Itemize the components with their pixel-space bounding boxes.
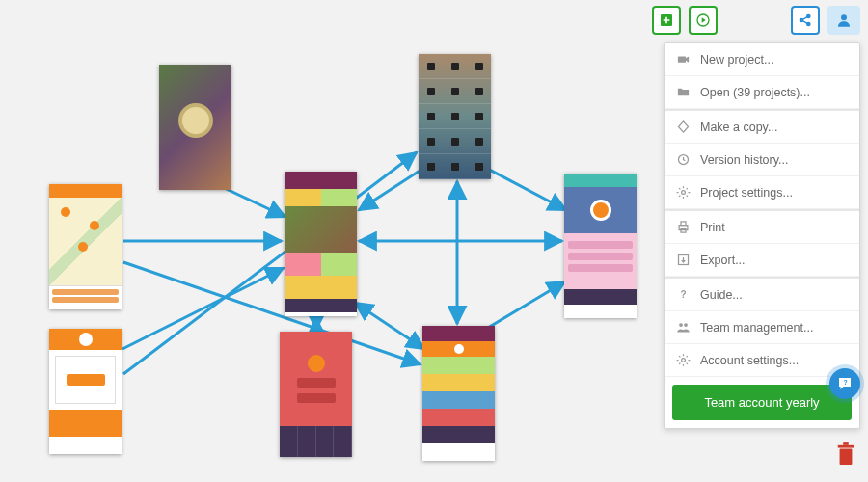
svg-rect-22 [681, 222, 686, 226]
screen-map[interactable] [49, 184, 122, 309]
history-icon [676, 152, 691, 167]
diamond-icon [676, 120, 691, 134]
user-dropdown-menu: New project... Open (39 projects)... Mak… [664, 42, 860, 429]
menu-label: Account settings... [700, 354, 799, 367]
trash-button[interactable] [835, 442, 856, 470]
menu-make-copy[interactable]: Make a copy... [665, 109, 859, 144]
svg-point-26 [679, 323, 683, 327]
upgrade-cta-button[interactable]: Team account yearly [672, 385, 852, 420]
play-button[interactable] [689, 6, 718, 35]
chat-question-icon: ? [836, 375, 854, 392]
video-icon [676, 52, 691, 67]
trash-icon [835, 442, 856, 467]
menu-open[interactable]: Open (39 projects)... [665, 76, 859, 109]
menu-version-history[interactable]: Version history... [665, 144, 859, 176]
svg-point-20 [682, 191, 686, 195]
play-icon [695, 13, 711, 28]
menu-label: Project settings... [700, 186, 793, 200]
menu-label: Team management... [700, 321, 813, 335]
team-icon [676, 320, 691, 335]
question-icon: ? [676, 287, 691, 302]
menu-label: Print [700, 221, 725, 234]
menu-label: Make a copy... [700, 120, 777, 134]
screen-profile[interactable] [564, 174, 637, 318]
add-button[interactable] [652, 6, 681, 35]
svg-line-11 [355, 303, 424, 349]
top-toolbar [652, 6, 860, 35]
screen-orange-list[interactable] [49, 329, 122, 454]
svg-line-6 [482, 166, 566, 210]
menu-project-settings[interactable]: Project settings... [665, 176, 859, 209]
menu-account-settings[interactable]: Account settings... [665, 344, 859, 377]
menu-label: Guide... [700, 288, 743, 302]
svg-text:?: ? [844, 379, 848, 386]
gear-icon [676, 185, 691, 200]
svg-rect-32 [843, 442, 849, 445]
menu-label: New project... [700, 53, 773, 67]
menu-label: Version history... [700, 153, 788, 167]
user-menu-button[interactable] [827, 6, 860, 35]
svg-point-28 [682, 359, 686, 362]
menu-print[interactable]: Print [665, 209, 859, 244]
screen-welcome-badge[interactable] [159, 65, 231, 190]
svg-line-2 [122, 268, 284, 349]
menu-label: Open (39 projects)... [700, 86, 810, 99]
screen-colorful-list[interactable] [422, 326, 495, 461]
print-icon [676, 220, 691, 234]
menu-new-project[interactable]: New project... [665, 43, 859, 76]
share-icon [798, 13, 813, 28]
svg-line-9 [123, 262, 420, 364]
svg-point-27 [684, 323, 688, 327]
menu-export[interactable]: Export... [665, 244, 859, 277]
plus-icon [659, 13, 674, 28]
export-icon [676, 253, 691, 267]
gear-icon [676, 353, 691, 367]
screen-media-player[interactable] [419, 54, 491, 179]
screen-hub[interactable] [285, 172, 357, 316]
menu-guide[interactable]: ? Guide... [665, 277, 859, 311]
help-bubble-button[interactable]: ? [829, 368, 860, 399]
svg-point-17 [841, 14, 847, 20]
user-icon [836, 13, 852, 28]
svg-line-7 [488, 281, 565, 328]
svg-rect-31 [838, 445, 854, 448]
folder-icon [676, 85, 691, 99]
screen-red-actions[interactable] [280, 332, 352, 457]
menu-label: Export... [700, 254, 746, 267]
svg-text:?: ? [680, 289, 686, 300]
menu-team-management[interactable]: Team management... [665, 311, 859, 344]
svg-rect-18 [678, 56, 686, 62]
svg-rect-30 [840, 449, 853, 466]
share-button[interactable] [791, 6, 820, 35]
